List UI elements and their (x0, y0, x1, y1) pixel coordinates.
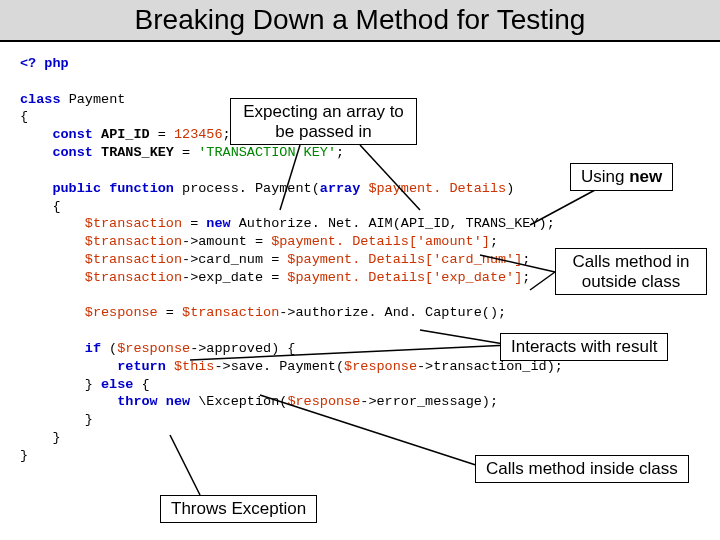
pd-exp: $payment. Details['exp_date'] (287, 270, 522, 285)
kw-if: if (85, 341, 101, 356)
callout-array-l1: Expecting an array to (243, 102, 404, 121)
var-tx4: $transaction (85, 270, 182, 285)
var-resp2: $response (117, 341, 190, 356)
kw-public: public (52, 181, 101, 196)
prop-exp: exp_date (198, 270, 263, 285)
var-tx3: $transaction (85, 252, 182, 267)
callout-array: Expecting an array to be passed in (230, 98, 417, 145)
method-name: process. Payment (182, 181, 312, 196)
var-resp: $response (85, 305, 158, 320)
php-open: <? php (20, 56, 69, 71)
const1-val: 123456 (174, 127, 223, 142)
slide-title: Breaking Down a Method for Testing (0, 0, 720, 42)
kw-function: function (109, 181, 174, 196)
const2-name: TRANS_KEY (101, 145, 174, 160)
var-tx2: $transaction (85, 234, 182, 249)
callout-outside-l2: outside class (582, 272, 680, 291)
save-call: save. Payment (231, 359, 336, 374)
kw-array: array (320, 181, 361, 196)
exception: \Exception (198, 394, 279, 409)
pd-card: $payment. Details['card_num'] (287, 252, 522, 267)
kw-return: return (117, 359, 166, 374)
prop-amount: amount (198, 234, 247, 249)
kw-new2: new (166, 394, 190, 409)
kw-new: new (206, 216, 230, 231)
var-tx1: $transaction (85, 216, 182, 231)
var-tx5: $transaction (182, 305, 279, 320)
prop-card: card_num (198, 252, 263, 267)
const2-val: 'TRANSACTION KEY' (198, 145, 336, 160)
pd-amount: $payment. Details['amount'] (271, 234, 490, 249)
prop-tid: transaction_id (433, 359, 546, 374)
kw-const1: const (52, 127, 93, 142)
kw-else: else (101, 377, 133, 392)
const1-name: API_ID (101, 127, 150, 142)
callout-new-bold: new (629, 167, 662, 186)
class-name: Payment (69, 92, 126, 107)
param: $payment. Details (368, 181, 506, 196)
prop-approved: approved (206, 341, 271, 356)
kw-class: class (20, 92, 61, 107)
auth-call: authorize. And. Capture (295, 305, 481, 320)
callout-new: Using new (570, 163, 673, 191)
callout-outside: Calls method in outside class (555, 248, 707, 295)
callout-outside-l1: Calls method in (572, 252, 689, 271)
callout-new-l1: Using (581, 167, 629, 186)
callout-throws: Throws Exception (160, 495, 317, 523)
callout-inside: Calls method inside class (475, 455, 689, 483)
var-resp4: $response (287, 394, 360, 409)
aim-class: Authorize. Net. AIM (239, 216, 393, 231)
kw-throw: throw (117, 394, 158, 409)
kw-const2: const (52, 145, 93, 160)
var-resp3: $response (344, 359, 417, 374)
aim-args: (API_ID, TRANS_KEY) (393, 216, 547, 231)
callout-array-l2: be passed in (275, 122, 371, 141)
var-this: $this (174, 359, 215, 374)
callout-result: Interacts with result (500, 333, 668, 361)
prop-err: error_message (377, 394, 482, 409)
